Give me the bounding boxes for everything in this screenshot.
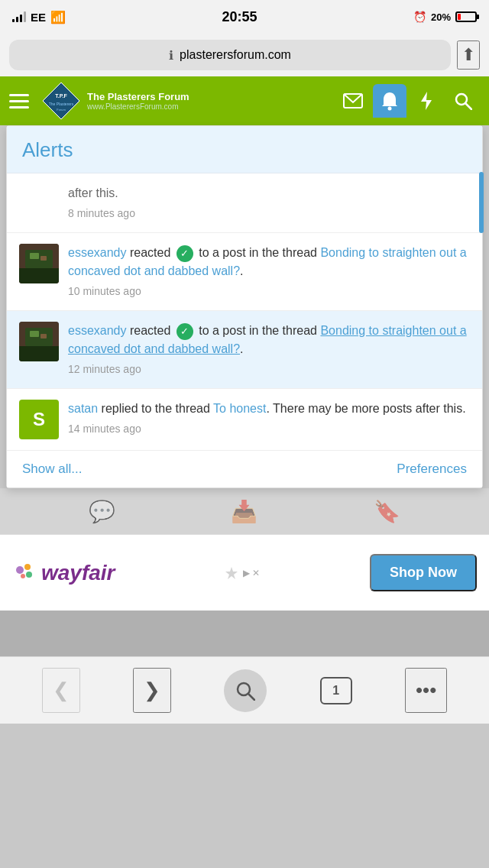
svg-rect-11: [19, 268, 59, 283]
clock: 20:55: [222, 9, 257, 25]
battery-icon: [455, 11, 477, 22]
alert-content: essexandy reacted ✓ to a post in the thr…: [68, 244, 470, 300]
status-left: EE 📶: [12, 10, 66, 24]
page-icon-chat: 💬: [89, 499, 115, 524]
avatar: [19, 322, 59, 361]
search-icon: [454, 92, 472, 110]
alerts-dropdown: Alerts after this. 8 minutes ago essexan…: [6, 125, 483, 488]
search-button[interactable]: [224, 669, 267, 712]
svg-text:The Plasterers: The Plasterers: [49, 102, 74, 106]
svg-rect-15: [25, 328, 53, 346]
page-icon-tag: 🔖: [374, 499, 400, 524]
share-button[interactable]: ⬆: [457, 40, 480, 70]
alerts-title: Alerts: [22, 138, 467, 162]
search-icon: [235, 681, 255, 701]
alert-thread-link[interactable]: Bonding to straighten out a concaved dot…: [68, 246, 467, 277]
svg-rect-10: [25, 250, 53, 268]
battery-percent: 20%: [431, 11, 451, 23]
alert-time: 12 minutes ago: [68, 361, 470, 377]
reaction-icon: ✓: [176, 245, 193, 262]
svg-rect-18: [40, 334, 47, 338]
wayfair-logo-icon: [12, 561, 37, 585]
ad-sponsor-icon: [225, 566, 238, 580]
show-all-link[interactable]: Show all...: [22, 462, 82, 477]
logo-sub: www.PlasterersForum.com: [87, 102, 189, 111]
info-icon: ℹ: [169, 48, 173, 63]
alert-thread-link[interactable]: To honest: [213, 402, 266, 415]
lightning-icon: [419, 91, 433, 111]
bell-icon: [381, 91, 399, 111]
status-right: ⏰ 20%: [413, 11, 477, 23]
svg-rect-17: [30, 331, 39, 337]
page-content-icons: 💬 📥 🔖: [0, 488, 489, 534]
alerts-header: Alerts: [7, 126, 482, 173]
svg-marker-6: [421, 92, 432, 110]
avatar: [19, 244, 59, 283]
alert-content: satan replied to the thread To honest. T…: [68, 400, 470, 437]
alert-time: 14 minutes ago: [68, 421, 470, 437]
browser-nav: ❮ ❯ 1 •••: [0, 656, 489, 724]
search-button[interactable]: [446, 84, 480, 118]
svg-point-5: [388, 107, 392, 111]
alert-time: 8 minutes ago: [68, 206, 470, 222]
alarm-icon: ⏰: [413, 11, 426, 23]
avatar-image: [19, 322, 59, 361]
ad-cta-button[interactable]: Shop Now: [370, 554, 477, 591]
svg-rect-12: [30, 253, 39, 259]
url-text: plasterersforum.com: [180, 48, 291, 62]
page-background: [0, 611, 489, 656]
alert-item: essexandy reacted ✓ to a post in the thr…: [7, 311, 482, 389]
svg-text:T.P.F: T.P.F: [55, 93, 67, 99]
reaction-icon: ✓: [176, 323, 193, 340]
alert-item: essexandy reacted ✓ to a post in the thr…: [7, 233, 482, 311]
more-options-button[interactable]: •••: [405, 668, 447, 713]
site-logo[interactable]: T.P.F The Plasterers Forum The Plasterer…: [41, 81, 189, 121]
alert-truncated-text: after this.: [68, 186, 118, 199]
alert-user-link[interactable]: essexandy: [68, 246, 127, 259]
page-icon-inbox: 📥: [231, 499, 257, 524]
wayfair-brand-name: wayfair: [41, 561, 115, 585]
svg-rect-16: [19, 346, 59, 361]
svg-marker-0: [43, 83, 79, 119]
url-bar[interactable]: ℹ plasterersforum.com: [9, 40, 451, 70]
alert-user-link[interactable]: satan: [68, 402, 98, 415]
svg-point-19: [16, 566, 24, 574]
nav-icons: [336, 84, 480, 118]
signal-icon: [12, 11, 26, 22]
back-button[interactable]: ❮: [42, 668, 80, 713]
alert-user-link[interactable]: essexandy: [68, 324, 127, 337]
carrier-label: EE: [31, 11, 46, 24]
alert-content: essexandy reacted ✓ to a post in the thr…: [68, 322, 470, 377]
logo-diamond-icon: T.P.F The Plasterers Forum: [41, 81, 81, 121]
alert-time: 10 minutes ago: [68, 283, 470, 300]
svg-line-25: [248, 694, 254, 700]
wifi-icon: 📶: [50, 10, 66, 24]
alert-item: S satan replied to the thread To honest.…: [7, 389, 482, 451]
svg-rect-13: [40, 256, 47, 261]
scroll-indicator: [479, 172, 484, 233]
svg-marker-23: [225, 567, 238, 579]
alert-content: after this. 8 minutes ago: [68, 184, 470, 222]
status-bar: EE 📶 20:55 ⏰ 20%: [0, 0, 489, 34]
ad-sponsored-label: ▶ ✕: [243, 568, 260, 578]
svg-point-22: [21, 574, 25, 578]
alert-thread-link[interactable]: Bonding to straighten out a concaved dot…: [68, 324, 467, 355]
ad-banner: wayfair ▶ ✕ Shop Now: [0, 534, 489, 611]
alert-item: after this. 8 minutes ago: [7, 173, 482, 233]
svg-point-20: [24, 564, 31, 570]
preferences-link[interactable]: Preferences: [397, 462, 467, 477]
forward-button[interactable]: ❯: [133, 668, 171, 713]
avatar-image: [19, 244, 59, 283]
activity-button[interactable]: [410, 84, 443, 118]
avatar-letter: S: [19, 400, 59, 439]
svg-line-8: [466, 104, 472, 110]
tab-switcher[interactable]: 1: [320, 677, 352, 704]
alerts-footer: Show all... Preferences: [7, 451, 482, 487]
hamburger-menu[interactable]: [9, 94, 29, 108]
svg-point-21: [26, 572, 32, 578]
messages-button[interactable]: [336, 84, 370, 118]
alerts-button[interactable]: [373, 84, 406, 118]
svg-text:Forum: Forum: [57, 108, 66, 112]
logo-name: The Plasterers Forum: [87, 91, 189, 103]
address-bar: ℹ plasterersforum.com ⬆: [0, 34, 489, 76]
